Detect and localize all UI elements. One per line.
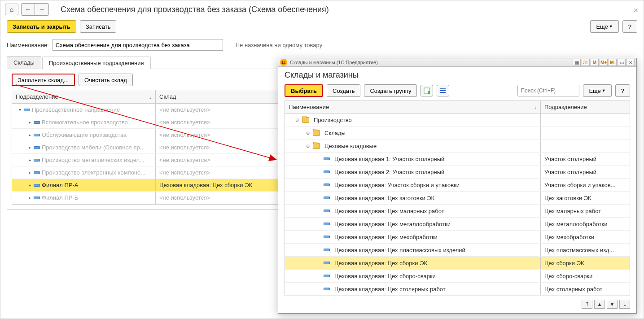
item-icon — [324, 184, 330, 186]
modal-grid-body: ⊖Производство⊕Склады⊖Цеховые кладовыеЦех… — [285, 114, 630, 296]
item-name: Цеховая кладовая: Цех сборки ЭК — [334, 260, 427, 267]
title-btn-min[interactable]: ▭ — [618, 59, 626, 66]
main-toolbar: Записать и закрыть Записать Еще▼ ? — [0, 18, 644, 37]
tree-toggle-icon[interactable]: ▾ — [18, 107, 22, 112]
dept-name: Производство мебели (Основное пр... — [42, 144, 145, 151]
list-item[interactable]: ⊖Производство — [285, 114, 630, 127]
search-input[interactable] — [518, 85, 579, 96]
fill-warehouse-button[interactable]: Заполнить склад... — [12, 74, 75, 86]
modal-header: Склады и магазины — [278, 67, 636, 83]
title-btn-mminus[interactable]: M- — [609, 59, 617, 66]
item-dept: Участок столярный — [544, 156, 596, 162]
list-item[interactable]: Цеховая кладовая: Цех столярных работЦех… — [285, 283, 630, 296]
warehouse-value: <не используется> — [159, 194, 210, 201]
help-button[interactable]: ? — [622, 20, 637, 33]
warehouse-value: <не используется> — [159, 119, 210, 126]
tree-toggle-icon[interactable]: ▸ — [27, 132, 32, 137]
list-item[interactable]: Цеховая кладовая: Цех металлообработкиЦе… — [285, 218, 630, 231]
item-dept: Цех мехобработки — [544, 234, 594, 240]
clear-warehouse-button[interactable]: Очистить склад — [79, 74, 133, 86]
mcol-header-name[interactable]: Наименование ↓ — [285, 101, 541, 113]
item-dept: Участок сборки и упаков... — [544, 182, 616, 188]
list-item[interactable]: ⊖Цеховые кладовые — [285, 140, 630, 153]
list-item[interactable]: Цеховая кладовая 2: Участок столярныйУча… — [285, 166, 630, 179]
not-assigned-text: Не назначена ни одному товару — [236, 42, 322, 48]
list-item[interactable]: Цеховая кладовая: Цех малярных работЦех … — [285, 205, 630, 218]
tree-toggle-icon[interactable]: ▸ — [27, 183, 32, 188]
sort-icon: ↓ — [534, 104, 537, 110]
item-name: Цеховая кладовая 1: Участок столярный — [334, 156, 444, 162]
item-icon — [34, 159, 40, 162]
warehouse-value: <не используется> — [159, 106, 210, 113]
select-button[interactable]: Выбрать — [285, 84, 323, 97]
scroll-nav-button[interactable]: ⤒ — [582, 300, 592, 309]
list-item[interactable]: Цеховая кладовая: Цех пластмассовых изде… — [285, 244, 630, 257]
tree-view-icon[interactable] — [437, 85, 449, 96]
mcol-header-dept[interactable]: Подразделение — [541, 101, 630, 113]
app-window: ⌂ ← → Схема обеспечения для производства… — [0, 0, 644, 319]
col-header-dept[interactable]: Подразделение ↓ — [12, 90, 156, 103]
warehouse-value: <не используется> — [159, 144, 210, 151]
home-button[interactable]: ⌂ — [5, 4, 18, 15]
scroll-nav-button[interactable]: ▲ — [594, 300, 605, 309]
list-item[interactable]: Цеховая кладовая 1: Участок столярныйУча… — [285, 153, 630, 166]
tree-toggle-icon[interactable]: ▸ — [27, 170, 32, 175]
list-item[interactable]: ⊕Склады — [285, 127, 630, 140]
tree-toggle-icon[interactable]: ▸ — [27, 120, 32, 125]
name-input[interactable] — [53, 39, 223, 51]
item-dept: Цех металлообработки — [544, 221, 607, 227]
write-button[interactable]: Записать — [80, 20, 117, 33]
modal-more-button[interactable]: Еще▼ — [583, 84, 611, 97]
tree-toggle-icon[interactable]: ▸ — [27, 157, 32, 162]
back-button[interactable]: ← — [22, 4, 35, 15]
list-item[interactable]: Цеховая кладовая: Цех сборки ЭКЦех сборк… — [285, 257, 630, 270]
list-item[interactable]: Цеховая кладовая: Цех сборо-сваркиЦех сб… — [285, 270, 630, 283]
dept-name: Производственное направление — [32, 106, 120, 113]
svg-rect-5 — [440, 90, 446, 91]
tree-toggle-icon[interactable]: ▸ — [27, 145, 32, 150]
modal-grid: Наименование ↓ Подразделение ⊖Производст… — [285, 101, 630, 296]
list-item[interactable]: Цеховая кладовая: Цех мехобработкиЦех ме… — [285, 231, 630, 244]
title-btn-calendar[interactable]: 31 — [582, 59, 590, 66]
title-btn-m[interactable]: M — [591, 59, 599, 66]
title-btn-close[interactable]: ✕ — [626, 59, 635, 66]
modal-help-button[interactable]: ? — [615, 84, 630, 97]
more-button[interactable]: Еще▼ — [590, 20, 618, 33]
tab-warehouses[interactable]: Склады — [7, 56, 41, 69]
list-item[interactable]: Цеховая кладовая: Участок сборки и упако… — [285, 179, 630, 192]
title-btn-mplus[interactable]: M+ — [600, 59, 608, 66]
title-btn-calc[interactable]: ▦ — [573, 59, 581, 66]
folder-icon — [313, 130, 320, 136]
name-label: Наименование: — [7, 42, 49, 48]
close-icon[interactable]: × — [633, 6, 638, 15]
list-item[interactable]: Цеховая кладовая: Цех заготовки ЭКЦех за… — [285, 192, 630, 205]
tree-toggle-icon[interactable]: ⊖ — [305, 144, 311, 149]
tree-toggle-icon[interactable]: ⊖ — [294, 118, 300, 122]
nav-group: ← → — [21, 3, 49, 16]
item-icon — [324, 197, 330, 199]
item-icon — [324, 170, 330, 173]
item-icon — [34, 134, 40, 136]
tab-production-units[interactable]: Производственные подразделения — [42, 57, 151, 69]
create-group-button[interactable]: Создать группу — [364, 84, 417, 97]
modal-titlebar[interactable]: 1c Склады и магазины (1С:Предприятие) ▦ … — [278, 58, 636, 67]
search-box: × — [517, 85, 579, 96]
write-and-close-button[interactable]: Записать и закрыть — [7, 20, 76, 33]
item-icon — [34, 171, 40, 174]
item-name: Цеховые кладовые — [324, 143, 377, 149]
app-icon: 1c — [280, 59, 287, 66]
tree-toggle-icon[interactable]: ⊕ — [305, 131, 311, 135]
tree-toggle-icon[interactable]: ▸ — [27, 195, 32, 200]
create-button[interactable]: Создать — [327, 84, 360, 97]
list-view-icon[interactable] — [421, 85, 433, 96]
scroll-nav-button[interactable]: ▼ — [607, 300, 618, 309]
scroll-nav-button[interactable]: ⤓ — [619, 300, 630, 309]
item-dept: Цех сборки ЭК — [544, 260, 584, 267]
item-icon — [34, 121, 40, 124]
warehouse-value: <не используется> — [159, 131, 210, 138]
item-name: Цеховая кладовая: Цех пластмассовых изде… — [334, 247, 465, 253]
forward-button[interactable]: → — [35, 4, 48, 15]
item-icon — [324, 275, 330, 277]
form-row-name: Наименование: Не назначена ни одному тов… — [0, 37, 644, 52]
dept-name: Производство электронных компоне... — [42, 169, 145, 176]
